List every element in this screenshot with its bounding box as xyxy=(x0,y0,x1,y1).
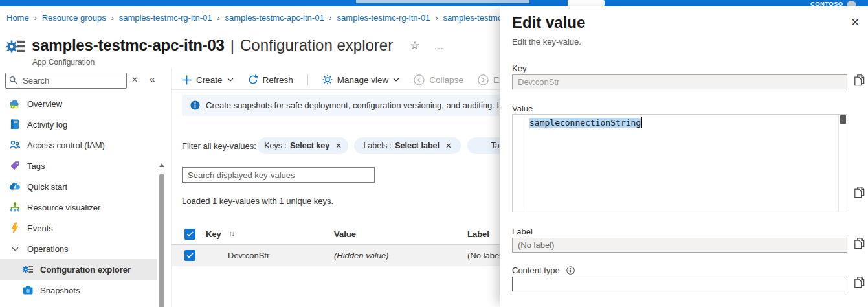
row-label: (No label) xyxy=(467,251,504,260)
content-type-field-label: Content type xyxy=(512,266,575,275)
remove-filter-icon[interactable]: ✕ xyxy=(335,141,342,150)
create-snapshots-link[interactable]: Create snapshots xyxy=(206,100,272,110)
activity-log-icon xyxy=(9,119,21,130)
copy-icon xyxy=(854,74,865,86)
sidebar-item-configuration-explorer[interactable]: Configuration explorer xyxy=(0,259,157,280)
breadcrumb-apc[interactable]: samples-testmc-apc-itn-01 xyxy=(225,13,324,23)
row-checkbox[interactable] xyxy=(184,250,195,261)
sidebar-item-quick-start[interactable]: Quick start xyxy=(0,176,157,197)
resource-visualizer-icon xyxy=(9,201,21,213)
global-search-input[interactable] xyxy=(356,0,529,3)
sort-icon[interactable]: ↑↓ xyxy=(228,229,234,238)
column-header-label[interactable]: Label xyxy=(467,229,489,239)
check-icon xyxy=(186,231,194,237)
plus-icon xyxy=(182,75,192,85)
close-icon[interactable]: ✕ xyxy=(851,17,860,28)
row-key: Dev:conStr xyxy=(228,251,269,260)
filter-chip-keys[interactable]: Keys : Select key ✕ xyxy=(258,137,348,154)
panel-title: Edit value xyxy=(512,14,585,32)
filter-chip-labels[interactable]: Labels : Select label ✕ xyxy=(354,137,461,154)
global-search-dropdown[interactable] xyxy=(568,0,605,6)
copy-icon xyxy=(854,186,865,198)
key-field-label: Key xyxy=(512,63,526,73)
chevron-down-icon xyxy=(9,243,21,255)
collapse-circle-icon xyxy=(414,74,425,85)
editor-line: sampleconnectionString xyxy=(529,117,642,128)
value-field-label: Value xyxy=(512,104,533,113)
copy-key-button[interactable] xyxy=(852,74,866,88)
sidebar-item-events[interactable]: Events xyxy=(0,218,157,238)
breadcrumb-resource-groups[interactable]: Resource groups xyxy=(42,13,106,23)
breadcrumb-separator: › xyxy=(329,14,332,23)
quick-start-icon xyxy=(9,181,21,192)
favorite-star-icon[interactable]: ☆ xyxy=(410,39,419,52)
breadcrumb-rg[interactable]: samples-testmc-rg-itn-01 xyxy=(119,13,212,23)
breadcrumb-separator: › xyxy=(217,14,219,23)
snapshots-icon xyxy=(22,284,34,296)
clear-search-icon[interactable]: ✕ xyxy=(131,75,138,84)
more-options-icon[interactable]: … xyxy=(434,40,444,51)
sidebar-item-tags[interactable]: Tags xyxy=(0,155,157,176)
tags-icon xyxy=(9,160,21,172)
refresh-button[interactable]: Refresh xyxy=(248,74,293,85)
breadcrumb-separator: › xyxy=(435,14,438,23)
panel-subtitle: Edit the key-value. xyxy=(512,37,581,47)
value-editor[interactable]: sampleconnectionString xyxy=(512,114,847,212)
kv-search-input[interactable] xyxy=(186,168,374,181)
copy-icon xyxy=(854,276,865,288)
selected-text: sampleconnectionString xyxy=(529,118,641,128)
check-icon xyxy=(186,253,194,258)
breadcrumb: Home › Resource groups › samples-testmc-… xyxy=(6,13,542,23)
key-field xyxy=(512,74,847,89)
breadcrumb-rg-2[interactable]: samples-testmc-rg-itn-01 xyxy=(337,13,430,23)
scrollbar-up-arrow[interactable] xyxy=(159,163,164,167)
collapse-button[interactable]: Collapse xyxy=(414,74,463,85)
access-control-icon xyxy=(9,139,21,151)
column-header-key[interactable]: Key xyxy=(206,229,221,239)
manage-view-button[interactable]: Manage view xyxy=(322,74,400,85)
create-button[interactable]: Create xyxy=(182,75,234,85)
label-field xyxy=(512,238,847,253)
sidebar-item-snapshots[interactable]: Snapshots xyxy=(0,280,157,301)
sidebar-search xyxy=(5,73,127,89)
page-title: Configuration explorer xyxy=(240,36,393,54)
events-icon xyxy=(9,222,21,234)
collapse-sidebar-icon[interactable]: « xyxy=(150,73,155,84)
breadcrumb-home[interactable]: Home xyxy=(6,13,29,23)
main-content: Create Refresh xyxy=(172,68,500,307)
configuration-explorer-icon xyxy=(22,264,34,275)
copy-icon xyxy=(854,237,865,249)
sidebar-item-resource-visualizer[interactable]: Resource visualizer xyxy=(0,197,157,218)
select-all-checkbox[interactable] xyxy=(184,229,195,240)
kv-search-box xyxy=(182,167,375,183)
remove-filter-icon[interactable]: ✕ xyxy=(445,141,452,150)
title-divider: | xyxy=(230,36,234,54)
row-value: (Hidden value) xyxy=(334,251,389,260)
breadcrumb-separator: › xyxy=(34,14,37,23)
sidebar-item-access-control[interactable]: Access control (IAM) xyxy=(0,135,157,155)
chevron-down-icon xyxy=(227,78,234,82)
sidebar-item-overview[interactable]: Overview xyxy=(0,93,157,114)
label-field-label: Label xyxy=(512,227,533,236)
chevron-down-icon xyxy=(393,78,399,82)
breadcrumb-separator: › xyxy=(111,14,114,23)
load-status-text: Loaded 1 key-values with 1 unique keys. xyxy=(182,196,333,206)
copy-content-type-button[interactable] xyxy=(852,276,866,290)
text-cursor xyxy=(641,117,642,128)
column-header-value[interactable]: Value xyxy=(334,229,356,239)
page-header: samples-testmc-apc-itn-03 | Configuratio… xyxy=(6,36,444,54)
refresh-icon xyxy=(248,74,258,85)
sidebar-item-partial[interactable] xyxy=(0,301,157,307)
editor-gutter xyxy=(513,115,526,212)
sidebar-group-operations[interactable]: Operations xyxy=(0,238,157,259)
copy-value-button[interactable] xyxy=(852,186,866,200)
sidebar-scrollbar-thumb[interactable] xyxy=(159,174,164,307)
gear-icon xyxy=(322,74,333,85)
info-tooltip-icon[interactable] xyxy=(566,266,575,275)
sidebar-item-activity-log[interactable]: Activity log xyxy=(0,114,157,135)
sidebar-search-input[interactable] xyxy=(21,74,126,87)
expand-circle-icon xyxy=(478,74,489,85)
editor-scrollbar-thumb[interactable] xyxy=(840,115,846,124)
content-type-field[interactable] xyxy=(512,277,847,291)
copy-label-button[interactable] xyxy=(852,237,866,251)
